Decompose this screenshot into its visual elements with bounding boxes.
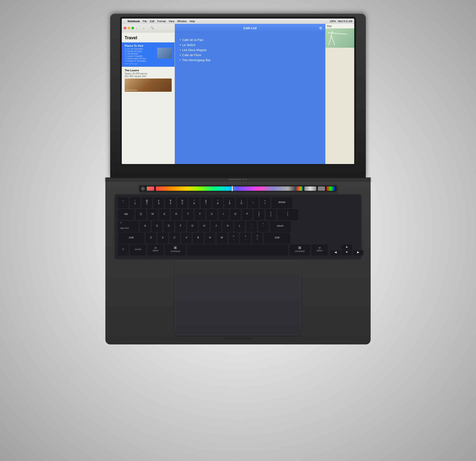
- screen: Notebook File Edit Format View Window He…: [122, 18, 354, 164]
- key-1[interactable]: !1: [130, 197, 140, 207]
- menu-notebook[interactable]: Notebook: [128, 20, 140, 23]
- list-item: Cafe de Flore: [180, 52, 321, 58]
- menu-help[interactable]: Help: [189, 20, 195, 23]
- key-shift-left[interactable]: shift: [118, 232, 144, 243]
- note-window-title: Cafe List: [244, 26, 257, 30]
- key-0[interactable]: )0: [236, 197, 247, 207]
- map-label: Map: [325, 24, 354, 28]
- key-control[interactable]: control: [130, 244, 146, 255]
- key-equals[interactable]: +=: [260, 197, 270, 207]
- key-l[interactable]: L: [234, 220, 245, 231]
- key-arrow-right[interactable]: ▶: [353, 250, 363, 255]
- key-shift-right[interactable]: shift: [264, 232, 290, 243]
- key-spacebar[interactable]: [187, 244, 288, 255]
- key-caps-lock[interactable]: caps lock: [118, 220, 139, 231]
- battery-status: 100%: [330, 20, 336, 23]
- macbook-label: MacBook Pro: [229, 178, 247, 181]
- touchbar-close[interactable]: ×: [141, 186, 145, 191]
- menu-view[interactable]: View: [169, 20, 174, 23]
- note-card-louvre[interactable]: The Louvre Nearly 35,000 pieces652,300 s…: [122, 67, 175, 94]
- key-backtick[interactable]: ~`: [118, 197, 128, 207]
- key-u[interactable]: U: [206, 209, 217, 219]
- menu-window[interactable]: Window: [177, 20, 187, 23]
- touchbar-checker[interactable]: [318, 186, 325, 191]
- key-y[interactable]: Y: [195, 209, 205, 219]
- key-a[interactable]: A: [140, 220, 151, 231]
- key-j[interactable]: J: [211, 220, 221, 231]
- menu-file[interactable]: File: [143, 20, 147, 23]
- key-delete[interactable]: delete: [272, 197, 292, 207]
- touchbar-color-swatch[interactable]: [147, 186, 154, 191]
- key-t[interactable]: T: [183, 209, 193, 219]
- key-s[interactable]: S: [152, 220, 162, 231]
- key-8[interactable]: *8: [212, 197, 223, 207]
- minimize-button[interactable]: [128, 27, 130, 29]
- key-minus[interactable]: _-: [248, 197, 258, 207]
- key-period[interactable]: >.: [240, 232, 251, 243]
- touchbar-rgb-bar[interactable]: [326, 186, 335, 191]
- key-h[interactable]: H: [199, 220, 210, 231]
- trackpad[interactable]: [175, 261, 301, 335]
- key-w[interactable]: W: [147, 209, 158, 219]
- key-arrow-up[interactable]: ▲: [341, 244, 352, 249]
- key-c[interactable]: C: [169, 232, 180, 243]
- key-7[interactable]: &7: [201, 197, 211, 207]
- arrow-bottom-row: ◀ ▼ ▶: [330, 250, 363, 255]
- key-d[interactable]: D: [163, 220, 174, 231]
- key-comma[interactable]: <,: [228, 232, 239, 243]
- key-9[interactable]: (9: [224, 197, 235, 207]
- key-fn[interactable]: fn: [118, 244, 128, 255]
- touchbar-gray-section[interactable]: [304, 186, 316, 191]
- key-e[interactable]: E: [159, 209, 170, 219]
- touchbar-spectrum[interactable]: [156, 186, 303, 191]
- note-card-places[interactable]: Places To Visit ☑ Arc de Triomphe ☑ Muse…: [122, 42, 175, 67]
- key-r[interactable]: R: [171, 209, 182, 219]
- note-window-close-button[interactable]: ×: [319, 26, 323, 30]
- key-tab[interactable]: tab: [118, 209, 134, 219]
- key-semicolon[interactable]: :;: [246, 220, 257, 231]
- menu-format[interactable]: Format: [157, 20, 166, 23]
- key-6[interactable]: ^6: [189, 197, 199, 207]
- key-x[interactable]: X: [157, 232, 168, 243]
- key-right-bracket[interactable]: }]: [265, 209, 276, 219]
- key-g[interactable]: G: [187, 220, 198, 231]
- key-2[interactable]: @2: [142, 197, 152, 207]
- key-5[interactable]: %5: [177, 197, 187, 207]
- key-b[interactable]: B: [193, 232, 204, 243]
- key-arrow-left[interactable]: ◀: [330, 250, 341, 255]
- key-quote[interactable]: "': [258, 220, 269, 231]
- key-z[interactable]: Z: [146, 232, 156, 243]
- key-slash[interactable]: ?/: [252, 232, 263, 243]
- key-k[interactable]: K: [222, 220, 233, 231]
- key-i[interactable]: I: [218, 209, 229, 219]
- key-backslash[interactable]: |\: [277, 209, 298, 219]
- key-arrow-down[interactable]: ▼: [341, 250, 352, 255]
- key-alt-option-left[interactable]: alt option: [147, 244, 164, 255]
- menu-edit[interactable]: Edit: [150, 20, 154, 23]
- note-card-louvre-preview: Nearly 35,000 pieces652,300 square feet: [125, 72, 172, 78]
- key-v[interactable]: V: [181, 232, 192, 243]
- key-n[interactable]: N: [205, 232, 215, 243]
- key-alt-option-right[interactable]: alt option: [311, 244, 328, 255]
- touchbar-spectrum-handle[interactable]: [232, 186, 233, 191]
- key-command-right[interactable]: ⌘ command: [289, 244, 310, 255]
- key-left-bracket[interactable]: {[: [254, 209, 264, 219]
- list-item: Café de la Paix: [180, 37, 321, 42]
- key-p[interactable]: P: [242, 209, 253, 219]
- keyboard: ~` !1 @2 #3 $4 %5 ^6 &7 *8 (9 )0 _- += d…: [115, 194, 361, 258]
- key-4[interactable]: $4: [165, 197, 176, 207]
- back-button[interactable]: ‹: [136, 26, 141, 30]
- key-3[interactable]: #3: [153, 197, 164, 207]
- close-button[interactable]: [124, 27, 126, 29]
- key-return[interactable]: return: [270, 220, 290, 231]
- key-f[interactable]: F: [175, 220, 186, 231]
- fullscreen-button[interactable]: [131, 27, 134, 29]
- key-m[interactable]: M: [217, 232, 227, 243]
- macbook-lid: Notebook File Edit Format View Window He…: [110, 14, 366, 178]
- sidebar: ‹ › 🔍 Travel Places To Visit ☑ Arc de Tr…: [122, 24, 175, 164]
- key-q[interactable]: Q: [136, 209, 146, 219]
- key-o[interactable]: O: [230, 209, 241, 219]
- key-command-left[interactable]: ⌘ command: [165, 244, 186, 255]
- search-button[interactable]: 🔍: [151, 26, 155, 30]
- forward-button[interactable]: ›: [143, 26, 149, 30]
